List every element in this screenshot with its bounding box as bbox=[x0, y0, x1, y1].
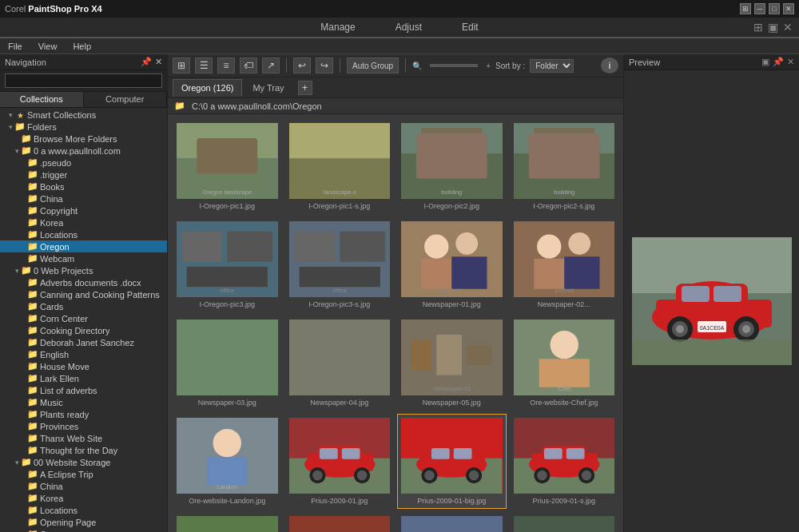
thumb-item-t12[interactable]: Chef Ore-website-Chef.jpg bbox=[510, 316, 619, 411]
tree-item-oregon2[interactable]: 📁Oregon bbox=[0, 528, 167, 532]
thumb-item-t19[interactable] bbox=[397, 512, 507, 533]
close-button[interactable]: ✕ bbox=[783, 3, 794, 14]
tree-label-locations: Locations bbox=[40, 230, 78, 240]
tree-label-adverbs: Adverbs documents .docx bbox=[40, 278, 141, 288]
thumbnail-view-btn[interactable]: ⊞ bbox=[173, 58, 190, 73]
thumb-item-t7[interactable]: portrait Newspaper-01.jpg bbox=[397, 217, 507, 312]
tree-item-0a-paullnoll[interactable]: ▾📁0 a www.paullnoll.com bbox=[0, 145, 167, 157]
tree-item-oregon[interactable]: 📁Oregon bbox=[0, 240, 167, 252]
tree-item-pseudo[interactable]: 📁.pseudo bbox=[0, 157, 167, 169]
thumb-item-t13[interactable]: Landon Ore-website-Landon.jpg bbox=[173, 414, 282, 509]
preview-close-icon[interactable]: ✕ bbox=[787, 57, 794, 67]
tree-item-webcam[interactable]: 📁Webcam bbox=[0, 252, 167, 264]
tree-item-adverbs[interactable]: 📁Adverbs documents .docx bbox=[0, 276, 167, 288]
tree-item-plants-ready[interactable]: 📁Plants ready bbox=[0, 408, 167, 420]
tree-item-cooking-directory[interactable]: 📁Cooking Directory bbox=[0, 324, 167, 336]
thumb-image-t12: Chef bbox=[514, 320, 615, 395]
thumb-item-t2[interactable]: landscape-s I-Oregon-pic1-s.jpg bbox=[285, 119, 395, 214]
tree-item-cards[interactable]: 📁Cards bbox=[0, 300, 167, 312]
add-tab-button[interactable]: + bbox=[298, 81, 312, 95]
mode-tab-icons: ⊞ ▣ ✕ bbox=[753, 21, 793, 34]
tab-computer[interactable]: Computer bbox=[84, 92, 168, 107]
maximize-button[interactable]: □ bbox=[769, 3, 780, 14]
tab-collections[interactable]: Collections bbox=[0, 92, 84, 107]
tree-item-provinces[interactable]: 📁Provinces bbox=[0, 420, 167, 432]
thumb-item-t5[interactable]: office I-Oregon-pic3.jpg bbox=[173, 217, 282, 312]
menu-view[interactable]: View bbox=[35, 40, 61, 53]
tree-label-folders: Folders bbox=[27, 122, 57, 132]
thumb-item-t6[interactable]: office I-Oregon-pic3-s.jpg bbox=[285, 217, 395, 312]
tree-item-thanx-web[interactable]: 📁Thanx Web Site bbox=[0, 432, 167, 444]
thumb-item-t4[interactable]: building I-Oregon-pic2-s.jpg bbox=[510, 119, 619, 214]
tree-item-locations[interactable]: 📁Locations bbox=[0, 228, 167, 240]
thumb-item-t20[interactable] bbox=[510, 512, 619, 533]
thumb-item-t3[interactable]: building I-Oregon-pic2.jpg bbox=[397, 119, 507, 214]
tree-item-list-adverbs[interactable]: 📁List of adverbs bbox=[0, 384, 167, 396]
zoom-slider[interactable] bbox=[430, 64, 478, 67]
minimize-button[interactable]: ─ bbox=[754, 3, 765, 14]
tree-item-deborah[interactable]: 📁Deborah Janet Sanchez bbox=[0, 336, 167, 348]
thumb-label-t11: Newspaper-05.jpg bbox=[423, 399, 481, 407]
tree-item-00-website[interactable]: ▾📁00 Website Storage bbox=[0, 456, 167, 468]
tree-item-thought-day[interactable]: 📁Thought for the Day bbox=[0, 444, 167, 456]
nav-pin-icon[interactable]: 📌 bbox=[141, 57, 152, 67]
menu-help[interactable]: Help bbox=[70, 40, 94, 53]
thumb-item-t14[interactable]: Prius-2009-01.jpg bbox=[285, 414, 395, 509]
thumb-item-t11[interactable]: newspaper-05 Newspaper-05.jpg bbox=[397, 316, 507, 411]
thumb-item-t17[interactable] bbox=[173, 512, 282, 533]
share-btn[interactable]: ↗ bbox=[262, 58, 280, 73]
details-view-btn[interactable]: ≡ bbox=[217, 58, 235, 73]
info-btn[interactable]: i bbox=[601, 58, 618, 73]
tab-adjust[interactable]: Adjust bbox=[376, 18, 442, 37]
thumb-item-t1[interactable]: Oregon landscape I-Oregon-pic1.jpg bbox=[173, 119, 282, 214]
rotate-right-btn[interactable]: ↪ bbox=[316, 58, 333, 73]
svg-rect-33 bbox=[451, 256, 487, 288]
rotate-left-btn[interactable]: ↩ bbox=[293, 58, 311, 73]
thumb-item-t15[interactable]: Prius-2009-01-big.jpg bbox=[397, 414, 507, 509]
tree-item-opening-page[interactable]: 📁Opening Page bbox=[0, 516, 167, 528]
thumb-item-t9[interactable]: Newspaper-03.jpg bbox=[173, 316, 282, 411]
tree-item-browse-more[interactable]: 📁Browse More Folders bbox=[0, 133, 167, 145]
tree-item-lark-ellen[interactable]: 📁Lark Ellen bbox=[0, 372, 167, 384]
tree-item-eclipse-trip[interactable]: 📁A Eclipse Trip bbox=[0, 468, 167, 480]
thumbnails-area[interactable]: Oregon landscape I-Oregon-pic1.jpg lands… bbox=[168, 114, 623, 532]
tree-item-locations2[interactable]: 📁Locations bbox=[0, 504, 167, 516]
tree-item-0-web-projects[interactable]: ▾📁0 Web Projects bbox=[0, 264, 167, 276]
tab-edit[interactable]: Edit bbox=[442, 18, 499, 37]
sort-select[interactable]: Folder Date Name bbox=[530, 59, 574, 73]
tab-oregon[interactable]: Oregon (126) bbox=[173, 79, 242, 97]
tree-label-smart-collections: Smart Collections bbox=[27, 110, 96, 120]
svg-rect-73 bbox=[454, 448, 472, 459]
tab-my-tray[interactable]: My Tray bbox=[244, 79, 292, 97]
svg-rect-92 bbox=[514, 516, 615, 533]
thumb-item-t10[interactable]: Newspaper-04.jpg bbox=[285, 316, 395, 411]
tree-item-corn-center[interactable]: 📁Corn Center bbox=[0, 312, 167, 324]
tree-item-books[interactable]: 📁Books bbox=[0, 181, 167, 193]
menu-file[interactable]: File bbox=[5, 40, 26, 53]
close-icon[interactable]: ✕ bbox=[783, 21, 793, 34]
list-view-btn[interactable]: ☰ bbox=[195, 58, 213, 73]
tree-item-house-move[interactable]: 📁House Move bbox=[0, 360, 167, 372]
thumb-item-t8[interactable]: portrait Newspaper-02... bbox=[510, 217, 619, 312]
tree-item-smart-collections[interactable]: ▾★Smart Collections bbox=[0, 109, 167, 121]
tree-item-folders[interactable]: ▾📁Folders bbox=[0, 121, 167, 133]
tree-item-music[interactable]: 📁Music bbox=[0, 396, 167, 408]
search-input[interactable] bbox=[5, 73, 162, 88]
nav-close-icon[interactable]: ✕ bbox=[155, 57, 162, 67]
tree-item-copyright[interactable]: 📁Copyright bbox=[0, 204, 167, 216]
thumb-item-t16[interactable]: Prius-2009-01-s.jpg bbox=[510, 414, 619, 509]
tree-item-korea2[interactable]: 📁Korea bbox=[0, 492, 167, 504]
tree-label-00-website: 00 Website Storage bbox=[34, 458, 110, 467]
tree-item-english[interactable]: 📁English bbox=[0, 348, 167, 360]
preview-pin-icon[interactable]: 📌 bbox=[773, 57, 784, 67]
tree-label-plants-ready: Plants ready bbox=[40, 410, 89, 419]
thumb-item-t18[interactable] bbox=[285, 512, 395, 533]
tree-item-canning[interactable]: 📁Canning and Cooking Patterns bbox=[0, 288, 167, 300]
auto-group-btn[interactable]: Auto Group bbox=[347, 58, 399, 73]
tab-manage[interactable]: Manage bbox=[300, 18, 375, 37]
tree-item-china[interactable]: 📁China bbox=[0, 193, 167, 204]
tree-item-china2[interactable]: 📁China bbox=[0, 480, 167, 492]
tree-item-korea[interactable]: 📁Korea bbox=[0, 216, 167, 228]
tags-btn[interactable]: 🏷 bbox=[240, 58, 257, 73]
tree-item-trigger[interactable]: 📁.trigger bbox=[0, 169, 167, 181]
